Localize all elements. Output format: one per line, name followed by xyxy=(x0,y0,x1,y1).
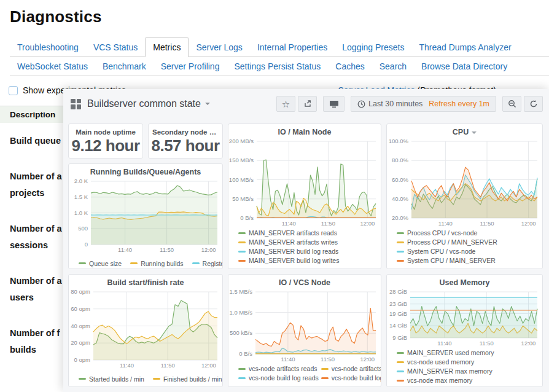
svg-text:80.0%: 80.0% xyxy=(392,157,408,163)
build-rate-chart[interactable]: 80 opm60 opm40 opm20 opm0 opm11:4011:501… xyxy=(69,288,222,369)
tab-server-profiling[interactable]: Server Profiling xyxy=(154,57,227,76)
cpu-chart[interactable]: 100.0%80.0%60.0%40.0%20.0%11:4011:5012:0… xyxy=(387,138,542,227)
legend-swatch-icon xyxy=(397,232,404,234)
legend-label: System CPU / vcs-node xyxy=(407,248,475,255)
legend-label: MAIN_SERVER max memory xyxy=(407,367,493,375)
legend-item[interactable]: Queue size xyxy=(79,260,122,267)
time-range-button[interactable]: Last 30 minutes Refresh every 1m xyxy=(351,96,496,112)
refresh-icon xyxy=(529,100,538,108)
legend-item[interactable]: vcs-node build log writes xyxy=(321,374,381,382)
legend-item[interactable]: vcs-node used memory xyxy=(397,358,537,366)
tab-search[interactable]: Search xyxy=(372,57,414,76)
svg-text:12:00: 12:00 xyxy=(521,220,536,227)
legend-swatch-icon xyxy=(397,251,404,253)
tab-websocket-status[interactable]: WebSocket Status xyxy=(10,57,95,76)
panel-io-vcs-node: IO / VCS Node 1.5 MB/s1.0 MB/s500 kB/s0 … xyxy=(228,274,381,387)
tab-troubleshooting[interactable]: Troubleshooting xyxy=(10,38,86,57)
panel-title[interactable]: CPU xyxy=(387,124,542,138)
dashboard-grid-icon[interactable] xyxy=(71,99,81,109)
dashboard-column-right: CPU 100.0%80.0%60.0%40.0%20.0%11:4011:50… xyxy=(386,123,543,387)
svg-text:14 GiB: 14 GiB xyxy=(389,322,407,329)
io-vcs-node-chart[interactable]: 1.5 MB/s1.0 MB/s500 kB/s0 B/s11:4011:501… xyxy=(228,288,381,363)
legend-label: Running builds xyxy=(141,260,183,267)
stat-value: 8.57 hour xyxy=(149,136,222,155)
legend-item[interactable]: Registered agents xyxy=(192,260,223,267)
legend-swatch-icon xyxy=(238,232,246,234)
monitor-icon xyxy=(329,100,339,108)
dashboard-title-caret-icon xyxy=(205,103,210,105)
used-memory-chart[interactable]: 28 GiB23 GiB19 GiB14 GiB9 GiB11:4011:501… xyxy=(387,288,542,347)
legend-item[interactable]: MAIN_SERVER build log writes xyxy=(238,257,376,264)
panel-title[interactable]: Running Builds/Queue/Agents xyxy=(69,164,222,178)
svg-text:11:40: 11:40 xyxy=(438,220,453,227)
tab-metrics[interactable]: Metrics xyxy=(145,37,189,57)
star-button[interactable]: ☆ xyxy=(276,96,295,112)
svg-text:11:50: 11:50 xyxy=(321,356,335,363)
legend-label: Registered agents xyxy=(203,260,223,267)
refresh-dashboard-button[interactable] xyxy=(524,96,543,112)
legend-swatch-icon xyxy=(397,260,404,262)
dashboard-title[interactable]: Buildserver common state xyxy=(87,98,201,109)
legend-label: vcs-node build log reads xyxy=(249,374,319,382)
legend-label: MAIN_SERVER artifacts writes xyxy=(249,238,338,246)
panel-secondary-node-uptime[interactable]: Secondary node u… 8.57 hour xyxy=(148,123,223,159)
panel-title[interactable]: Used Memory xyxy=(387,275,542,288)
panel-io-main-node: IO / Main Node 200 MB/s150 MB/s100 MB/s5… xyxy=(228,123,381,269)
zoom-out-button[interactable] xyxy=(502,96,521,112)
build-rate-legend: Started builds / minFinished builds / mi… xyxy=(69,369,222,386)
clock-icon xyxy=(357,100,365,108)
legend-item[interactable]: System CPU / MAIN_SERVER xyxy=(397,257,537,264)
share-button[interactable] xyxy=(298,96,317,112)
cpu-legend: Process CPU / vcs-nodeProcess CPU / MAIN… xyxy=(387,227,542,269)
tab-vcs-status[interactable]: VCS Status xyxy=(86,38,145,57)
tab-internal-properties[interactable]: Internal Properties xyxy=(250,38,335,57)
legend-swatch-icon xyxy=(238,368,246,370)
legend-item[interactable]: MAIN_SERVER artifacts writes xyxy=(238,238,376,246)
panel-main-node-uptime[interactable]: Main node uptime 9.12 hour xyxy=(68,123,143,159)
cpu-title-text: CPU xyxy=(453,128,469,136)
svg-text:12:00: 12:00 xyxy=(360,220,375,227)
stat-value: 9.12 hour xyxy=(69,136,142,155)
running-builds-chart[interactable]: 2.0 K1.5 K1.0 K500011:4011:5012:00 xyxy=(69,178,222,254)
legend-item[interactable]: Running builds xyxy=(130,260,183,267)
tabs-row-primary: TroubleshootingVCS StatusMetricsServer L… xyxy=(10,37,549,57)
tabs-row-secondary: WebSocket StatusBenchmarkServer Profilin… xyxy=(10,57,549,76)
show-experimental-checkbox[interactable] xyxy=(9,86,18,95)
used-memory-legend: MAIN_SERVER used memoryvcs-node used mem… xyxy=(387,347,542,387)
legend-item[interactable]: MAIN_SERVER max memory xyxy=(397,367,537,375)
table-row: Number of aprojects xyxy=(10,168,69,202)
tab-caches[interactable]: Caches xyxy=(328,57,372,76)
cpu-title-caret-icon xyxy=(472,131,477,134)
legend-item[interactable]: System CPU / vcs-node xyxy=(397,248,537,255)
legend-item[interactable]: Process CPU / MAIN_SERVER xyxy=(397,238,537,246)
legend-item[interactable]: Process CPU / vcs-node xyxy=(397,229,537,237)
legend-swatch-icon xyxy=(238,377,246,379)
tab-logging-presets[interactable]: Logging Presets xyxy=(335,38,411,57)
legend-item[interactable]: MAIN_SERVER build log reads xyxy=(238,248,376,255)
svg-text:19 GiB: 19 GiB xyxy=(389,310,407,317)
tv-mode-button[interactable] xyxy=(323,96,345,112)
tab-browse-data-directory[interactable]: Browse Data Directory xyxy=(414,57,515,76)
tab-settings-persist-status[interactable]: Settings Persist Status xyxy=(227,57,328,76)
legend-item[interactable]: vcs-node build log reads xyxy=(238,374,319,382)
svg-text:0 B/s: 0 B/s xyxy=(239,350,252,357)
tab-server-logs[interactable]: Server Logs xyxy=(189,38,249,57)
tab-benchmark[interactable]: Benchmark xyxy=(95,57,154,76)
tab-thread-dumps-analyzer[interactable]: Thread Dumps Analyzer xyxy=(411,38,518,57)
svg-text:12:00: 12:00 xyxy=(521,340,536,347)
legend-item[interactable]: vcs-node artifacts reads xyxy=(238,365,319,372)
grafana-dashboard-overlay: Buildserver common state ☆ Last 30 minut… xyxy=(63,89,549,392)
io-main-node-chart[interactable]: 200 MB/s150 MB/s100 MB/s50 MB/s0 B/s11:4… xyxy=(228,138,381,227)
panel-title[interactable]: IO / VCS Node xyxy=(228,275,381,288)
legend-item[interactable]: Finished builds / min xyxy=(153,375,222,383)
legend-item[interactable]: vcs-node max memory xyxy=(397,377,537,384)
legend-swatch-icon xyxy=(321,377,329,379)
panel-title[interactable]: IO / Main Node xyxy=(228,124,381,138)
legend-item[interactable]: vcs-node artifacts writes xyxy=(321,365,381,372)
legend-item[interactable]: MAIN_SERVER artifacts reads xyxy=(238,229,376,237)
legend-item[interactable]: Started builds / min xyxy=(79,375,144,383)
panel-title[interactable]: Build start/finish rate xyxy=(69,275,222,288)
legend-item[interactable]: MAIN_SERVER used memory xyxy=(397,349,537,356)
legend-label: vcs-node used memory xyxy=(407,358,474,366)
svg-text:40 opm: 40 opm xyxy=(71,323,90,329)
